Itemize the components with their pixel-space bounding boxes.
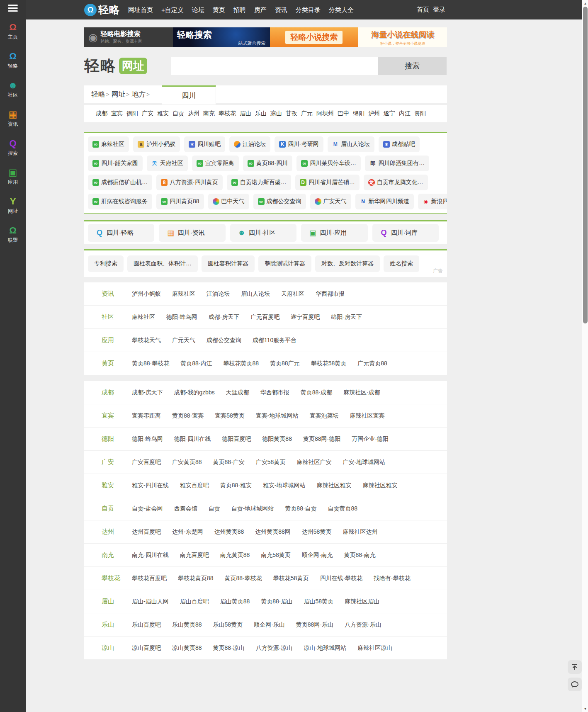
listing-link[interactable]: 八方资源·凉山: [256, 644, 293, 652]
site-tile[interactable]: ◉新浪四川: [418, 194, 447, 209]
listing-row-label[interactable]: 社区: [102, 313, 132, 321]
listing-link[interactable]: 自贡黄页88: [328, 505, 358, 513]
listing-link[interactable]: 黄页88·自贡: [285, 505, 316, 513]
sidebar-item-home[interactable]: Ω主页: [0, 22, 26, 41]
listing-link[interactable]: 麻辣社区·成都: [343, 389, 380, 396]
listing-link[interactable]: 黄页88网·德阳: [303, 435, 340, 443]
site-tile[interactable]: 天天府社区: [147, 156, 188, 171]
listing-link[interactable]: 黄页88·南充: [344, 552, 376, 559]
listing-link[interactable]: 宜宾泡菜坛: [309, 412, 338, 420]
city-link[interactable]: 宜宾: [111, 110, 123, 117]
listing-row-label[interactable]: 德阳: [102, 435, 132, 443]
sidebar-item-community[interactable]: ☻社区: [0, 80, 26, 99]
site-tile[interactable]: N新华网四川频道: [355, 194, 414, 209]
listing-link[interactable]: 成都-房天下: [209, 313, 240, 321]
listing-row-label[interactable]: 成都: [102, 389, 132, 396]
listing-link[interactable]: 广元天气: [172, 337, 195, 344]
tool-chip[interactable]: 圆柱表面积、体积计…: [127, 255, 198, 272]
city-link[interactable]: 达州: [188, 110, 199, 117]
search-input[interactable]: [171, 57, 378, 75]
city-link[interactable]: 甘孜: [286, 110, 297, 117]
listing-link[interactable]: 四川在线·攀枝花: [320, 575, 362, 582]
tool-chip[interactable]: 整除测试计算器: [258, 255, 311, 272]
sidebar-item-apps[interactable]: ▣应用: [0, 167, 26, 186]
scrollbar-thumb[interactable]: [583, 7, 588, 323]
listing-link[interactable]: 成都公交查询: [207, 337, 241, 344]
city-link[interactable]: 攀枝花: [219, 110, 236, 117]
listing-link[interactable]: 宜宾-地球城网站: [256, 412, 299, 420]
listing-link[interactable]: 宜宾零距离: [132, 412, 161, 420]
site-tile[interactable]: ∞自贡诺力斯百盛…: [227, 175, 291, 190]
listing-row-label[interactable]: 乐山: [102, 621, 132, 629]
listing-link[interactable]: 攀枝花58黄页: [311, 360, 347, 367]
listing-link[interactable]: 泸州小蚂蚁: [132, 290, 161, 298]
listing-link[interactable]: 南充58黄页: [261, 552, 291, 559]
feedback-button[interactable]: [568, 678, 582, 691]
breadcrumb-item[interactable]: 轻略: [91, 90, 105, 99]
listing-link[interactable]: 绵阳-房天下: [331, 313, 362, 321]
listing-link[interactable]: 乐山百度吧: [132, 621, 161, 629]
nav-item[interactable]: 资讯: [271, 0, 292, 19]
category-tile[interactable]: Q四川·轻略: [88, 224, 154, 242]
site-tile[interactable]: ∞四川-韶关家园: [88, 156, 143, 171]
site-tile[interactable]: 江油论坛: [229, 136, 270, 152]
site-tile[interactable]: a泸州小蚂蚁: [133, 136, 180, 152]
listing-row-label[interactable]: 黄页: [102, 360, 132, 367]
listing-link[interactable]: 眉山黄页88: [220, 598, 250, 605]
site-tile[interactable]: 龙自贡市龙腾文化…: [364, 175, 428, 190]
city-link[interactable]: 乐山: [255, 110, 267, 117]
listing-link[interactable]: 广安百度吧: [132, 459, 161, 466]
site-tile[interactable]: 郎四川郎酒集团有…: [365, 156, 429, 171]
site-tile[interactable]: ∞肝病在线咨询服务: [88, 194, 152, 209]
listing-link[interactable]: 雅安-四川在线: [132, 482, 169, 489]
city-link[interactable]: 巴中: [338, 110, 349, 117]
breadcrumb-item[interactable]: 地方: [131, 90, 146, 99]
listing-link[interactable]: 天涯成都: [226, 389, 249, 396]
listing-link[interactable]: 德阳黄页88: [262, 435, 292, 443]
listing-row-label[interactable]: 自贡: [102, 505, 132, 513]
listing-link[interactable]: 凉山-地球城网站: [304, 644, 346, 652]
listing-link[interactable]: 凉山百度吧: [132, 644, 161, 652]
login-link[interactable]: 登录: [433, 6, 445, 14]
listing-link[interactable]: 麻辣社区雅安: [317, 482, 352, 489]
listing-link[interactable]: 黄页88·内江: [180, 360, 212, 367]
listing-link[interactable]: 德阳-四川在线: [174, 435, 211, 443]
listing-link[interactable]: 麻辣社区: [172, 290, 195, 298]
listing-link[interactable]: 德阳-蜂鸟网: [132, 435, 163, 443]
navbar-brand[interactable]: Ω 轻略: [84, 3, 120, 17]
nav-item[interactable]: +自定义: [157, 0, 188, 19]
site-tile[interactable]: ∗成都贴吧: [379, 136, 420, 152]
listing-link[interactable]: 眉山-眉山人网: [132, 598, 169, 605]
listing-link[interactable]: 黄页88广元: [270, 360, 300, 367]
listing-link[interactable]: 找啥有·攀枝花: [374, 575, 411, 582]
listing-link[interactable]: 天府社区: [281, 290, 304, 298]
listing-link[interactable]: 广安58黄页: [256, 459, 286, 466]
listing-link[interactable]: 达州百度吧: [132, 528, 161, 536]
listing-link[interactable]: 眉山人论坛: [241, 290, 270, 298]
banner-qinglue-search[interactable]: 轻略搜索 一站式聚合搜索: [173, 27, 270, 47]
city-link[interactable]: 泸州: [368, 110, 380, 117]
site-tile[interactable]: ∞四川莱贝停车设…: [296, 156, 361, 171]
category-tile[interactable]: ▣四川·应用: [301, 224, 367, 242]
hamburger-menu-icon[interactable]: [8, 5, 18, 12]
listing-link[interactable]: 华西都市报: [316, 290, 345, 298]
nav-item[interactable]: 黄页: [209, 0, 229, 19]
sidebar-item-search[interactable]: Q搜索: [0, 138, 26, 157]
banner-movie-search[interactable]: ◉ 轻略电影搜索 跨站、聚合、资源丰富: [84, 27, 173, 47]
listing-link[interactable]: 眉山58黄页: [304, 598, 333, 605]
city-link[interactable]: 德阳: [126, 110, 138, 117]
listing-link[interactable]: 八方资源·乐山: [345, 621, 381, 629]
listing-link[interactable]: 黄页88·攀枝花: [225, 575, 262, 582]
listing-link[interactable]: 宜宾58黄页: [215, 412, 245, 420]
site-tile[interactable]: 广安天气: [310, 194, 351, 209]
listing-link[interactable]: 黄页88·宜宾: [172, 412, 204, 420]
city-link[interactable]: 阿坝州: [316, 110, 334, 117]
banner-novel-search[interactable]: 轻略小说搜索: [270, 27, 359, 47]
listing-link[interactable]: 黄页88·成都: [301, 389, 332, 396]
nav-item[interactable]: 论坛: [188, 0, 209, 19]
listing-row-label[interactable]: 雅安: [102, 481, 132, 489]
site-tile[interactable]: ∞黄页88·四川: [243, 156, 292, 171]
listing-link[interactable]: 德阳百度吧: [222, 435, 251, 443]
listing-link[interactable]: 江油论坛: [207, 290, 230, 298]
listing-row-label[interactable]: 南充: [102, 551, 132, 559]
